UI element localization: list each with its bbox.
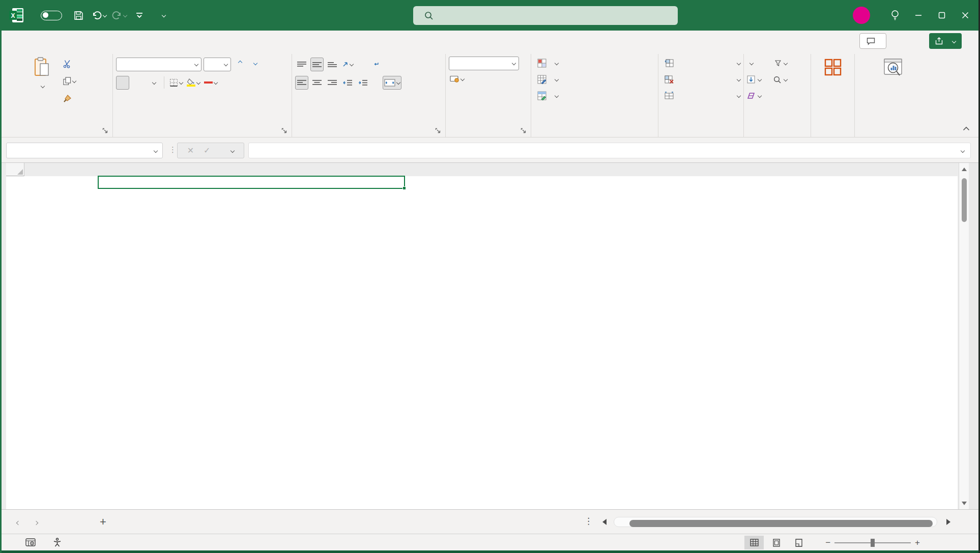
decrease-font-button[interactable] bbox=[248, 58, 262, 71]
cancel-entry-icon[interactable]: ✕ bbox=[187, 146, 194, 155]
formula-input[interactable] bbox=[248, 143, 971, 158]
chevron-down-icon bbox=[196, 80, 200, 85]
chevron-down-icon bbox=[40, 84, 44, 88]
dialog-launcher-icon[interactable] bbox=[521, 128, 526, 133]
prev-sheet-button[interactable] bbox=[15, 517, 20, 527]
paste-button[interactable] bbox=[25, 55, 58, 90]
maximize-button[interactable] bbox=[930, 0, 954, 31]
save-button[interactable] bbox=[68, 5, 89, 25]
minimize-button[interactable] bbox=[907, 0, 930, 31]
merge-center-button[interactable] bbox=[383, 76, 401, 90]
italic-button[interactable] bbox=[131, 76, 145, 90]
align-left-button[interactable] bbox=[295, 76, 308, 90]
align-right-button[interactable] bbox=[326, 76, 339, 90]
wrap-text-button[interactable] bbox=[369, 58, 383, 71]
data-analysis-icon bbox=[882, 58, 904, 77]
redo-button[interactable] bbox=[109, 5, 129, 25]
comments-button[interactable] bbox=[859, 33, 886, 49]
scroll-left-button[interactable] bbox=[602, 519, 607, 525]
scroll-down-button[interactable] bbox=[959, 497, 969, 509]
horizontal-scroll-track[interactable] bbox=[614, 517, 937, 527]
number-format-select[interactable] bbox=[449, 57, 519, 70]
orientation-button[interactable] bbox=[341, 58, 354, 71]
quick-access-customize-button[interactable] bbox=[129, 5, 150, 25]
copy-button[interactable] bbox=[61, 72, 83, 90]
dialog-launcher-icon[interactable] bbox=[281, 128, 287, 133]
close-button[interactable] bbox=[954, 0, 977, 31]
accounting-format-button[interactable] bbox=[449, 72, 465, 86]
fill-color-button[interactable] bbox=[186, 76, 201, 90]
autosum-button[interactable] bbox=[747, 55, 773, 71]
fill-button[interactable] bbox=[747, 71, 773, 88]
close-icon bbox=[962, 12, 969, 19]
decrease-decimal-button[interactable] bbox=[464, 88, 477, 101]
page-layout-view-button[interactable] bbox=[767, 536, 786, 549]
normal-view-button[interactable] bbox=[744, 536, 764, 549]
bold-button[interactable] bbox=[116, 76, 129, 90]
whats-new-button[interactable] bbox=[883, 0, 907, 31]
underline-button[interactable] bbox=[147, 76, 160, 90]
format-cells-button[interactable] bbox=[665, 88, 740, 104]
scroll-up-button[interactable] bbox=[959, 163, 969, 175]
conditional-formatting-button[interactable] bbox=[537, 55, 655, 71]
document-title[interactable] bbox=[157, 14, 165, 17]
borders-icon bbox=[169, 78, 178, 87]
delete-cells-button[interactable] bbox=[665, 71, 740, 88]
vertical-scrollbar[interactable] bbox=[959, 163, 969, 509]
account-avatar[interactable] bbox=[853, 7, 870, 24]
zoom-in-button[interactable]: + bbox=[911, 538, 924, 548]
collapse-ribbon-button[interactable] bbox=[963, 124, 970, 133]
decrease-indent-button[interactable] bbox=[341, 76, 354, 90]
accessibility-checker-button[interactable] bbox=[53, 538, 66, 547]
next-sheet-button[interactable] bbox=[33, 517, 38, 527]
increase-indent-button[interactable] bbox=[356, 76, 369, 90]
autosave-toggle[interactable] bbox=[41, 11, 62, 20]
align-center-button[interactable] bbox=[310, 76, 324, 90]
align-bottom-button[interactable] bbox=[326, 58, 339, 71]
sort-filter-button[interactable] bbox=[773, 55, 802, 71]
font-color-button[interactable] bbox=[203, 76, 218, 90]
horizontal-scrollbar[interactable] bbox=[602, 516, 950, 528]
scroll-right-button[interactable] bbox=[946, 519, 950, 525]
format-painter-button[interactable] bbox=[61, 90, 83, 107]
page-break-view-button[interactable] bbox=[789, 536, 809, 549]
increase-font-button[interactable] bbox=[233, 58, 246, 71]
percent-style-button[interactable] bbox=[467, 72, 480, 86]
find-select-button[interactable] bbox=[773, 71, 802, 88]
font-size-select[interactable] bbox=[204, 58, 231, 71]
dialog-launcher-icon[interactable] bbox=[435, 128, 441, 133]
chevron-down-icon bbox=[784, 61, 788, 65]
tabbar-menu[interactable]: ⋮ bbox=[584, 516, 593, 527]
horizontal-scroll-thumb[interactable] bbox=[629, 520, 933, 527]
clear-button[interactable] bbox=[747, 88, 773, 104]
caret-down-icon bbox=[253, 61, 257, 65]
borders-button[interactable] bbox=[168, 76, 184, 90]
font-name-select[interactable] bbox=[116, 58, 201, 71]
undo-button[interactable] bbox=[89, 5, 109, 25]
share-button[interactable] bbox=[929, 33, 962, 49]
name-box[interactable] bbox=[6, 143, 163, 158]
vertical-scroll-thumb[interactable] bbox=[962, 178, 967, 222]
comma-style-button[interactable] bbox=[482, 72, 496, 86]
dialog-launcher-icon[interactable] bbox=[102, 128, 108, 133]
insert-cells-button[interactable] bbox=[665, 55, 740, 71]
cut-button[interactable] bbox=[61, 55, 83, 72]
macro-record-button[interactable] bbox=[25, 538, 36, 546]
align-middle-button[interactable] bbox=[310, 58, 324, 71]
zoom-slider-thumb[interactable] bbox=[871, 539, 875, 547]
data-analysis-button[interactable] bbox=[858, 55, 928, 79]
name-box-splitter[interactable]: ⋮ bbox=[169, 145, 177, 154]
cell-styles-button[interactable] bbox=[537, 88, 655, 104]
align-bottom-icon bbox=[328, 61, 337, 68]
select-all-button[interactable] bbox=[6, 163, 24, 176]
addins-button[interactable] bbox=[814, 55, 851, 88]
fill-handle[interactable] bbox=[402, 186, 406, 190]
format-as-table-button[interactable] bbox=[537, 71, 655, 88]
align-top-button[interactable] bbox=[295, 58, 308, 71]
zoom-slider[interactable] bbox=[834, 542, 911, 543]
new-sheet-button[interactable]: + bbox=[100, 515, 106, 529]
confirm-entry-icon[interactable]: ✓ bbox=[204, 146, 210, 155]
search-input[interactable] bbox=[413, 6, 678, 25]
increase-decimal-button[interactable] bbox=[449, 88, 462, 101]
zoom-out-button[interactable]: − bbox=[821, 538, 834, 548]
